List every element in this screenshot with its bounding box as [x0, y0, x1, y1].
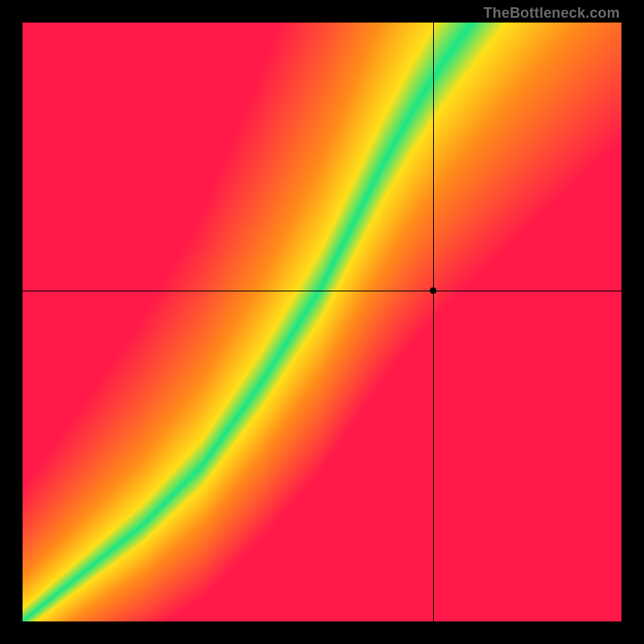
heatmap-chart	[23, 23, 621, 621]
heatmap-canvas	[23, 23, 621, 621]
crosshair-vertical	[433, 23, 434, 621]
watermark-text: TheBottleneck.com	[484, 5, 620, 22]
crosshair-horizontal	[23, 291, 621, 291]
marker-point	[430, 287, 436, 294]
